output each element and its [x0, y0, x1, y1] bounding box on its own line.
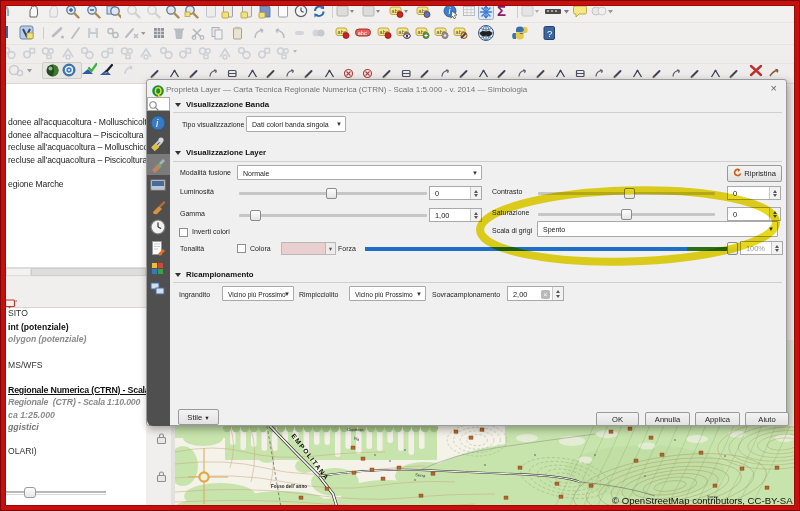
svg-text:Q: Q — [154, 86, 162, 97]
svg-text:?: ? — [547, 28, 552, 39]
svg-text:abc: abc — [358, 30, 367, 36]
svg-text:© OpenStreetMap contributors,: © OpenStreetMap contributors, CC-BY-SA — [612, 495, 793, 506]
svg-text:Cantiere: Cantiere — [347, 427, 364, 432]
svg-text:Fosso dell’ anno: Fosso dell’ anno — [271, 484, 307, 489]
